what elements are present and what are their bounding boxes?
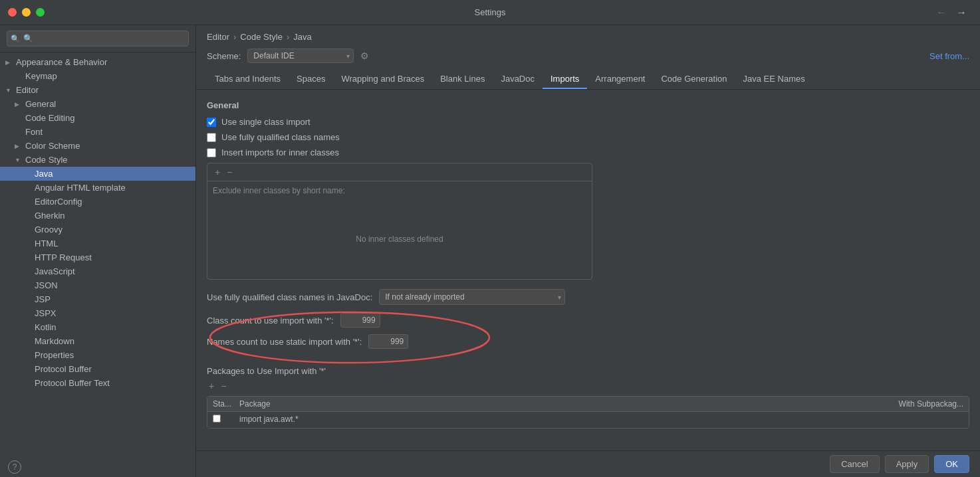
sidebar-item-html[interactable]: HTML [0,237,195,250]
scheme-select-wrapper: Default IDE Project [247,48,354,63]
help-icon: ? [13,462,17,472]
sidebar-item-label: Java [35,169,53,179]
search-container: 🔍 [0,25,195,52]
checkbox-single-class-label: Use single class import [221,117,310,127]
sidebar-item-editor[interactable]: ▼ Editor [0,83,195,97]
packages-add-button[interactable]: + [207,380,216,392]
scheme-row: Scheme: Default IDE Project ⚙ Set from..… [207,48,969,63]
sidebar-item-label: EditorConfig [35,197,82,207]
apply-button[interactable]: Apply [885,455,929,473]
search-input[interactable] [7,31,189,47]
sidebar-item-jspx[interactable]: JSPX [0,306,195,320]
back-arrow[interactable]: ← [933,7,949,19]
tab-tabs-indents[interactable]: Tabs and Indents [207,70,289,89]
tab-wrapping[interactable]: Wrapping and Braces [333,70,432,89]
expand-icon: ▶ [15,143,24,149]
sidebar-item-color-scheme[interactable]: ▶ Color Scheme [0,139,195,153]
packages-table: Sta... Package With Subpackag... import … [207,396,969,429]
checkbox-insert-imports[interactable] [207,148,216,157]
search-wrapper: 🔍 [7,31,189,47]
expand-icon: ▼ [5,87,15,94]
no-inner-classes-text: No inner classes defined [356,235,443,244]
tab-java-ee-names[interactable]: Java EE Names [735,70,813,89]
row-sta [213,415,239,425]
expand-icon: ▶ [5,59,15,66]
tab-imports[interactable]: Imports [543,70,587,89]
packages-toolbar: + − [207,380,969,392]
row-checkbox[interactable] [213,415,221,423]
tab-blank-lines[interactable]: Blank Lines [432,70,493,89]
sidebar-item-kotlin[interactable]: Kotlin [0,320,195,334]
breadcrumb-editor[interactable]: Editor [207,32,229,42]
table-row[interactable]: import java.awt.* [207,412,969,428]
expand-icon: ▼ [15,157,24,163]
tab-arrangement[interactable]: Arrangement [587,70,653,89]
window-title: Settings [475,7,506,17]
checkbox-single-class[interactable] [207,118,216,127]
sidebar-item-protocol-buffer[interactable]: Protocol Buffer [0,362,195,376]
sidebar-item-javascript[interactable]: JavaScript [0,264,195,278]
cancel-button[interactable]: Cancel [830,455,879,473]
class-count-label: Class count to use import with '*': [207,316,334,326]
content-area: Editor › Code Style › Java Scheme: Defau… [196,25,980,477]
sidebar-item-editorconfig[interactable]: EditorConfig [0,195,195,209]
sidebar-item-label: Protocol Buffer Text [35,378,110,388]
tab-code-generation[interactable]: Code Generation [653,70,735,89]
sidebar-item-font[interactable]: Font [0,125,195,139]
sidebar-item-angular-html[interactable]: Angular HTML template [0,181,195,195]
main-layout: 🔍 ▶ Appearance & Behavior Keymap ▼ [0,25,980,477]
sidebar: 🔍 ▶ Appearance & Behavior Keymap ▼ [0,25,196,477]
sidebar-item-keymap[interactable]: Keymap [0,69,195,83]
sidebar-item-label: Protocol Buffer [35,364,92,374]
sidebar-item-protocol-buffer-text[interactable]: Protocol Buffer Text [0,376,195,390]
scheme-label: Scheme: [207,51,241,61]
expand-icon: ▶ [15,101,24,108]
sidebar-item-json[interactable]: JSON [0,278,195,292]
sidebar-item-java[interactable]: Java [0,167,195,181]
exclude-content: No inner classes defined [207,199,592,279]
packages-remove-button[interactable]: − [219,380,228,392]
sidebar-item-appearance-behavior[interactable]: ▶ Appearance & Behavior [0,55,195,69]
checkbox-row-single-class: Use single class import [207,117,969,127]
sidebar-item-properties[interactable]: Properties [0,348,195,362]
sidebar-item-gherkin[interactable]: Gherkin [0,209,195,223]
javadoc-select[interactable]: If not already imported Always Never [379,289,565,305]
nav-arrows: ← → [933,7,969,19]
sidebar-item-label: Angular HTML template [35,183,126,193]
scheme-select[interactable]: Default IDE Project [247,48,354,63]
sidebar-item-http-request[interactable]: HTTP Request [0,250,195,264]
packages-label: Packages to Use Import with '*' [207,366,969,376]
names-count-input[interactable] [368,334,408,349]
exclude-remove-button[interactable]: − [225,166,234,178]
names-count-label: Names count to use static import with '*… [207,337,362,347]
col-header-sta: Sta... [213,399,239,409]
minimize-button[interactable] [22,8,31,17]
sidebar-item-jsp[interactable]: JSP [0,292,195,306]
close-button[interactable] [8,8,17,17]
help-button[interactable]: ? [8,460,21,474]
packages-table-header: Sta... Package With Subpackag... [207,397,969,412]
bottom-bar: Cancel Apply OK [196,450,980,477]
tab-spaces[interactable]: Spaces [289,70,333,89]
checkbox-fully-qualified[interactable] [207,133,216,142]
col-header-sub: With Subpackag... [884,399,963,409]
sidebar-item-general[interactable]: ▶ General [0,97,195,111]
sidebar-item-groovy[interactable]: Groovy [0,223,195,237]
breadcrumb-code-style[interactable]: Code Style [240,32,283,42]
exclude-add-button[interactable]: + [213,166,222,178]
sidebar-item-markdown[interactable]: Markdown [0,334,195,348]
number-rows-wrapper: Class count to use import with '*': Name… [207,313,408,355]
sidebar-item-label: Code Editing [25,113,74,123]
sidebar-item-label: Properties [35,350,74,360]
sidebar-item-label: Groovy [35,225,62,235]
sidebar-item-code-editing[interactable]: Code Editing [0,111,195,125]
maximize-button[interactable] [36,8,45,17]
class-count-input[interactable] [340,313,380,328]
javadoc-select-wrapper: If not already imported Always Never [379,289,565,305]
sidebar-item-code-style[interactable]: ▼ Code Style [0,153,195,167]
gear-icon[interactable]: ⚙ [360,50,369,61]
forward-arrow[interactable]: → [953,7,969,19]
set-from-button[interactable]: Set from... [929,51,969,61]
tab-javadoc[interactable]: JavaDoc [493,70,543,89]
ok-button[interactable]: OK [934,455,969,473]
